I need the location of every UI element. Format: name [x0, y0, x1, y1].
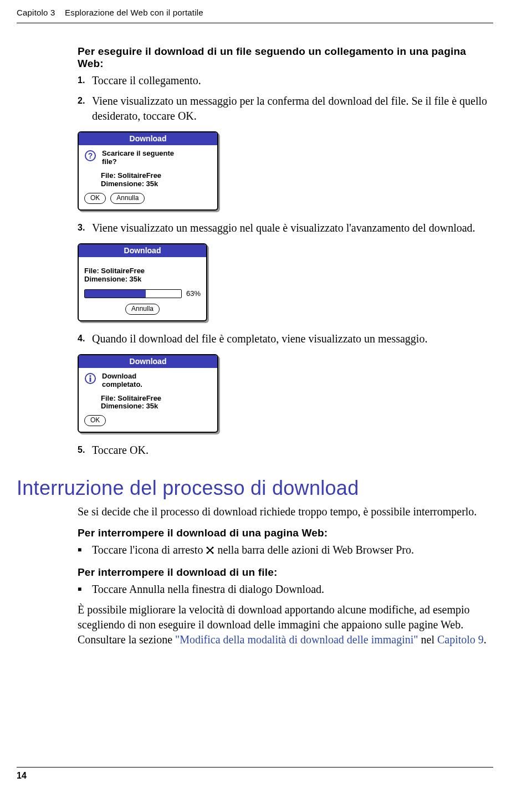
chapter-title: Esplorazione del Web con il portatile [65, 8, 203, 17]
step-list: 1. Toccare il collegamento. 2. Viene vis… [78, 73, 493, 124]
dialog-message: Scaricare il seguente file? [102, 150, 174, 166]
list-item: Toccare Annulla nella finestra di dialog… [78, 582, 493, 597]
step-list: 3. Viene visualizzato un messaggio nel q… [78, 221, 493, 236]
chapter-label: Capitolo 3 [17, 8, 55, 17]
svg-rect-4 [90, 377, 91, 382]
body-paragraph: È possibile migliorare la velocità di do… [78, 602, 493, 647]
size-label: Dimensione: 35k [101, 180, 158, 188]
procedure-heading: Per interrompere il download di una pagi… [78, 527, 493, 539]
svg-point-8 [212, 547, 214, 549]
bullet-text: Toccare Annulla nella finestra di dialog… [92, 583, 324, 595]
step-item: 5. Toccare OK. [78, 443, 493, 458]
body-text: nel [418, 633, 437, 646]
dialog-title: Download [79, 355, 217, 368]
bullet-list: Toccare l'icona di arresto nella barra d… [78, 543, 493, 559]
question-icon: ? [84, 150, 98, 166]
file-info: File: SolitaireFree Dimensione: 35k [101, 172, 212, 188]
body-column: Per eseguire il download di un file segu… [78, 45, 493, 647]
progress-fill [85, 290, 146, 298]
download-complete-dialog: Download Download completato. File: Soli… [78, 354, 218, 433]
step-number: 4. [78, 332, 85, 345]
step-text: Quando il download del file è completato… [92, 332, 427, 345]
msg-line: file? [102, 157, 117, 166]
page: Capitolo 3 Esplorazione del Web con il p… [0, 0, 532, 793]
step-number: 1. [78, 74, 85, 86]
svg-point-3 [89, 375, 91, 377]
body-paragraph: Se si decide che il processo di download… [78, 504, 493, 519]
file-label: File: SolitaireFree [84, 267, 145, 275]
dialog-content: Download completato. File: SolitaireFree… [79, 368, 217, 432]
file-info: File: SolitaireFree Dimensione: 35k [84, 267, 201, 284]
size-label: Dimensione: 35k [84, 275, 141, 283]
step-text: Toccare il collegamento. [92, 74, 201, 86]
step-item: 2. Viene visualizzato un messaggio per l… [78, 94, 493, 124]
cross-ref-link[interactable]: "Modifica della modalità di download del… [175, 633, 418, 646]
dialog-message: Download completato. [102, 372, 142, 389]
progress-bar [84, 289, 182, 298]
step-text: Viene visualizzato un messaggio nel qual… [92, 222, 475, 234]
step-item: 1. Toccare il collegamento. [78, 73, 493, 88]
size-label: Dimensione: 35k [101, 402, 158, 410]
step-number: 3. [78, 222, 85, 234]
download-progress-dialog: Download File: SolitaireFree Dimensione:… [78, 243, 207, 321]
bullet-text: Toccare l'icona di arresto [92, 544, 206, 556]
info-icon [84, 372, 98, 389]
ok-button[interactable]: OK [84, 415, 106, 426]
procedure-heading: Per interrompere il download di un file: [78, 566, 493, 579]
msg-line: Scaricare il seguente [102, 149, 174, 157]
page-number: 14 [17, 771, 27, 780]
dialog-content: File: SolitaireFree Dimensione: 35k 63% … [79, 257, 206, 320]
svg-point-10 [212, 552, 214, 554]
file-label: File: SolitaireFree [101, 171, 161, 180]
progress-percent: 63% [186, 289, 201, 298]
step-list: 5. Toccare OK. [78, 443, 493, 458]
cross-ref-link[interactable]: Capitolo 9 [437, 633, 484, 646]
bullet-list: Toccare Annulla nella finestra di dialog… [78, 582, 493, 597]
download-confirm-dialog: Download ? Scaricare il seguente file? F… [78, 131, 218, 211]
step-text: Viene visualizzato un messaggio per la c… [92, 95, 487, 122]
cancel-button[interactable]: Annulla [110, 193, 145, 204]
file-info: File: SolitaireFree Dimensione: 35k [101, 395, 212, 411]
dialog-title: Download [79, 244, 206, 257]
cancel-button[interactable]: Annulla [125, 304, 160, 315]
stop-icon [206, 545, 217, 557]
msg-line: completato. [102, 380, 142, 388]
step-item: 4. Quando il download del file è complet… [78, 331, 493, 346]
body-text: . [484, 633, 487, 646]
file-label: File: SolitaireFree [101, 394, 161, 402]
step-list: 4. Quando il download del file è complet… [78, 331, 493, 346]
step-number: 2. [78, 95, 85, 107]
dialog-title: Download [79, 132, 217, 145]
list-item: Toccare l'icona di arresto nella barra d… [78, 543, 493, 559]
section-heading: Interruzione del processo di download [17, 477, 493, 500]
svg-text:?: ? [88, 151, 93, 160]
procedure-heading: Per eseguire il download di un file segu… [78, 45, 493, 70]
bullet-text: nella barra delle azioni di Web Browser … [217, 544, 414, 556]
msg-line: Download [102, 372, 136, 380]
running-head: Capitolo 3 Esplorazione del Web con il p… [17, 6, 493, 23]
ok-button[interactable]: OK [84, 193, 106, 204]
page-footer: 14 [17, 767, 493, 781]
step-text: Toccare OK. [92, 444, 149, 456]
dialog-content: ? Scaricare il seguente file? File: Soli… [79, 145, 217, 209]
svg-point-9 [207, 552, 208, 554]
step-number: 5. [78, 444, 85, 456]
step-item: 3. Viene visualizzato un messaggio nel q… [78, 221, 493, 236]
svg-point-7 [207, 547, 208, 549]
